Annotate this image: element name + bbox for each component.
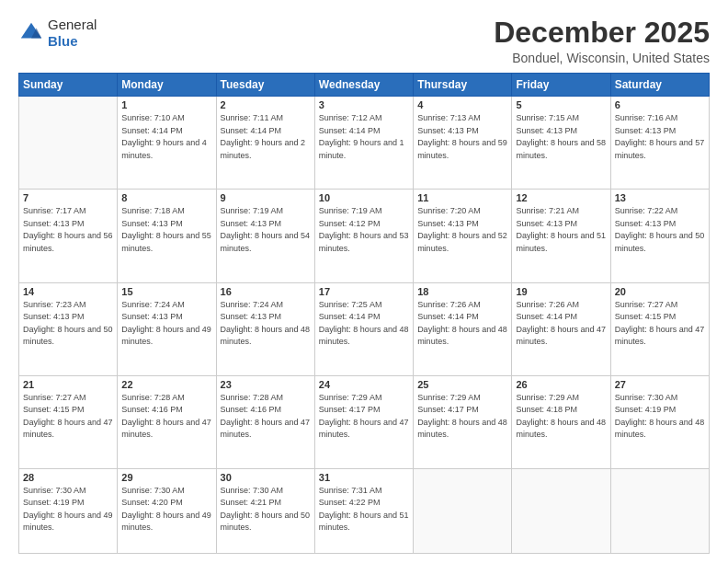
day-number: 22 bbox=[121, 379, 211, 390]
calendar-week-1: 7Sunrise: 7:17 AMSunset: 4:13 PMDaylight… bbox=[19, 190, 710, 282]
sun-info: Sunrise: 7:12 AMSunset: 4:14 PMDaylight:… bbox=[319, 112, 409, 162]
calendar-week-2: 14Sunrise: 7:23 AMSunset: 4:13 PMDayligh… bbox=[19, 282, 710, 375]
sun-info: Sunrise: 7:20 AMSunset: 4:13 PMDaylight:… bbox=[417, 205, 507, 255]
sun-info: Sunrise: 7:27 AMSunset: 4:15 PMDaylight:… bbox=[615, 299, 705, 349]
calendar-cell: 13Sunrise: 7:22 AMSunset: 4:13 PMDayligh… bbox=[610, 190, 709, 282]
day-number: 13 bbox=[615, 192, 705, 203]
day-number: 6 bbox=[615, 99, 705, 110]
day-number: 25 bbox=[417, 379, 507, 390]
calendar-cell: 8Sunrise: 7:18 AMSunset: 4:13 PMDaylight… bbox=[118, 190, 216, 282]
day-number: 29 bbox=[121, 472, 211, 483]
day-number: 20 bbox=[615, 286, 705, 297]
sun-info: Sunrise: 7:30 AMSunset: 4:19 PMDaylight:… bbox=[23, 485, 113, 534]
sun-info: Sunrise: 7:21 AMSunset: 4:13 PMDaylight:… bbox=[516, 205, 606, 255]
logo-text: General Blue bbox=[48, 17, 97, 50]
sun-info: Sunrise: 7:28 AMSunset: 4:16 PMDaylight:… bbox=[121, 392, 211, 442]
day-number: 12 bbox=[516, 192, 606, 203]
calendar-cell: 21Sunrise: 7:27 AMSunset: 4:15 PMDayligh… bbox=[19, 375, 118, 468]
sun-info: Sunrise: 7:13 AMSunset: 4:13 PMDaylight:… bbox=[417, 112, 507, 162]
sun-info: Sunrise: 7:24 AMSunset: 4:13 PMDaylight:… bbox=[221, 299, 311, 349]
sun-info: Sunrise: 7:31 AMSunset: 4:22 PMDaylight:… bbox=[319, 485, 409, 534]
calendar-cell: 7Sunrise: 7:17 AMSunset: 4:13 PMDaylight… bbox=[19, 190, 118, 282]
weekday-header-tuesday: Tuesday bbox=[216, 74, 314, 97]
calendar-cell: 23Sunrise: 7:28 AMSunset: 4:16 PMDayligh… bbox=[216, 375, 314, 468]
weekday-header-friday: Friday bbox=[512, 74, 610, 97]
calendar-cell bbox=[512, 468, 610, 553]
calendar-week-3: 21Sunrise: 7:27 AMSunset: 4:15 PMDayligh… bbox=[19, 375, 710, 468]
day-number: 8 bbox=[121, 192, 211, 203]
calendar-cell: 11Sunrise: 7:20 AMSunset: 4:13 PMDayligh… bbox=[414, 190, 512, 282]
weekday-header-sunday: Sunday bbox=[19, 74, 118, 97]
calendar-cell bbox=[610, 468, 709, 553]
weekday-header-monday: Monday bbox=[118, 74, 216, 97]
day-number: 10 bbox=[319, 192, 409, 203]
sun-info: Sunrise: 7:29 AMSunset: 4:17 PMDaylight:… bbox=[319, 392, 409, 442]
calendar-cell: 16Sunrise: 7:24 AMSunset: 4:13 PMDayligh… bbox=[216, 282, 314, 375]
sun-info: Sunrise: 7:27 AMSunset: 4:15 PMDaylight:… bbox=[23, 392, 113, 442]
calendar-cell: 14Sunrise: 7:23 AMSunset: 4:13 PMDayligh… bbox=[19, 282, 118, 375]
day-number: 21 bbox=[23, 379, 113, 390]
calendar-cell: 18Sunrise: 7:26 AMSunset: 4:14 PMDayligh… bbox=[414, 282, 512, 375]
day-number: 24 bbox=[319, 379, 409, 390]
calendar-cell: 5Sunrise: 7:15 AMSunset: 4:13 PMDaylight… bbox=[512, 97, 610, 190]
day-number: 17 bbox=[319, 286, 409, 297]
sun-info: Sunrise: 7:25 AMSunset: 4:14 PMDaylight:… bbox=[319, 299, 409, 349]
sun-info: Sunrise: 7:24 AMSunset: 4:13 PMDaylight:… bbox=[121, 299, 211, 349]
title-block: December 2025 Bonduel, Wisconsin, United… bbox=[494, 17, 710, 65]
logo-blue: Blue bbox=[48, 33, 97, 50]
calendar-cell: 27Sunrise: 7:30 AMSunset: 4:19 PMDayligh… bbox=[610, 375, 709, 468]
sun-info: Sunrise: 7:26 AMSunset: 4:14 PMDaylight:… bbox=[417, 299, 507, 349]
calendar-cell: 10Sunrise: 7:19 AMSunset: 4:12 PMDayligh… bbox=[314, 190, 413, 282]
sun-info: Sunrise: 7:18 AMSunset: 4:13 PMDaylight:… bbox=[121, 205, 211, 255]
day-number: 19 bbox=[516, 286, 606, 297]
header: General Blue December 2025 Bonduel, Wisc… bbox=[18, 17, 710, 65]
calendar-cell: 25Sunrise: 7:29 AMSunset: 4:17 PMDayligh… bbox=[414, 375, 512, 468]
day-number: 26 bbox=[516, 379, 606, 390]
day-number: 14 bbox=[23, 286, 113, 297]
day-number: 4 bbox=[417, 99, 507, 110]
calendar-cell: 9Sunrise: 7:19 AMSunset: 4:13 PMDaylight… bbox=[216, 190, 314, 282]
day-number: 23 bbox=[221, 379, 311, 390]
calendar-week-0: 1Sunrise: 7:10 AMSunset: 4:14 PMDaylight… bbox=[19, 97, 710, 190]
sun-info: Sunrise: 7:23 AMSunset: 4:13 PMDaylight:… bbox=[23, 299, 113, 349]
calendar-table: SundayMondayTuesdayWednesdayThursdayFrid… bbox=[18, 73, 710, 554]
day-number: 1 bbox=[121, 99, 211, 110]
logo-icon bbox=[18, 20, 44, 46]
sun-info: Sunrise: 7:16 AMSunset: 4:13 PMDaylight:… bbox=[615, 112, 705, 162]
sun-info: Sunrise: 7:29 AMSunset: 4:18 PMDaylight:… bbox=[516, 392, 606, 442]
weekday-header-wednesday: Wednesday bbox=[314, 74, 413, 97]
calendar-cell: 12Sunrise: 7:21 AMSunset: 4:13 PMDayligh… bbox=[512, 190, 610, 282]
calendar-cell: 28Sunrise: 7:30 AMSunset: 4:19 PMDayligh… bbox=[19, 468, 118, 553]
day-number: 5 bbox=[516, 99, 606, 110]
day-number: 16 bbox=[221, 286, 311, 297]
logo-general: General bbox=[48, 17, 97, 33]
calendar-cell: 2Sunrise: 7:11 AMSunset: 4:14 PMDaylight… bbox=[216, 97, 314, 190]
sun-info: Sunrise: 7:22 AMSunset: 4:13 PMDaylight:… bbox=[615, 205, 705, 255]
month-title: December 2025 bbox=[494, 17, 710, 49]
calendar-cell: 4Sunrise: 7:13 AMSunset: 4:13 PMDaylight… bbox=[414, 97, 512, 190]
logo: General Blue bbox=[18, 17, 97, 50]
calendar-cell bbox=[414, 468, 512, 553]
page: General Blue December 2025 Bonduel, Wisc… bbox=[0, 0, 728, 563]
day-number: 15 bbox=[121, 286, 211, 297]
sun-info: Sunrise: 7:26 AMSunset: 4:14 PMDaylight:… bbox=[516, 299, 606, 349]
sun-info: Sunrise: 7:19 AMSunset: 4:12 PMDaylight:… bbox=[319, 205, 409, 255]
day-number: 30 bbox=[221, 472, 311, 483]
sun-info: Sunrise: 7:28 AMSunset: 4:16 PMDaylight:… bbox=[221, 392, 311, 442]
day-number: 28 bbox=[23, 472, 113, 483]
sun-info: Sunrise: 7:30 AMSunset: 4:21 PMDaylight:… bbox=[221, 485, 311, 534]
sun-info: Sunrise: 7:30 AMSunset: 4:19 PMDaylight:… bbox=[615, 392, 705, 442]
sun-info: Sunrise: 7:15 AMSunset: 4:13 PMDaylight:… bbox=[516, 112, 606, 162]
day-number: 18 bbox=[417, 286, 507, 297]
calendar-cell: 6Sunrise: 7:16 AMSunset: 4:13 PMDaylight… bbox=[610, 97, 709, 190]
calendar-cell: 1Sunrise: 7:10 AMSunset: 4:14 PMDaylight… bbox=[118, 97, 216, 190]
sun-info: Sunrise: 7:30 AMSunset: 4:20 PMDaylight:… bbox=[121, 485, 211, 534]
sun-info: Sunrise: 7:10 AMSunset: 4:14 PMDaylight:… bbox=[121, 112, 211, 162]
sun-info: Sunrise: 7:29 AMSunset: 4:17 PMDaylight:… bbox=[417, 392, 507, 442]
day-number: 27 bbox=[615, 379, 705, 390]
calendar-cell bbox=[19, 97, 118, 190]
calendar-week-4: 28Sunrise: 7:30 AMSunset: 4:19 PMDayligh… bbox=[19, 468, 710, 553]
calendar-cell: 19Sunrise: 7:26 AMSunset: 4:14 PMDayligh… bbox=[512, 282, 610, 375]
calendar-cell: 17Sunrise: 7:25 AMSunset: 4:14 PMDayligh… bbox=[314, 282, 413, 375]
sun-info: Sunrise: 7:17 AMSunset: 4:13 PMDaylight:… bbox=[23, 205, 113, 255]
